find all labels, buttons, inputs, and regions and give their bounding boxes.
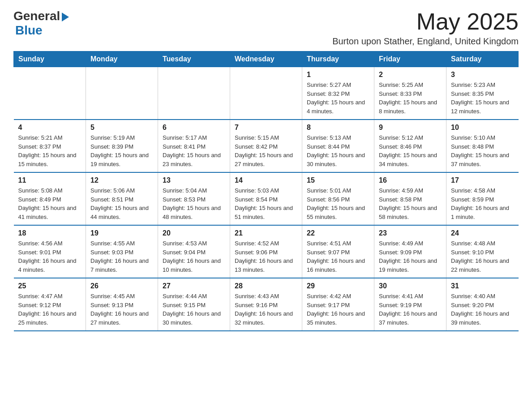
- day-info: Sunrise: 4:56 AMSunset: 9:01 PMDaylight:…: [18, 239, 82, 274]
- day-number: 24: [451, 229, 514, 237]
- day-info: Sunrise: 4:52 AMSunset: 9:06 PMDaylight:…: [235, 239, 297, 274]
- calendar-cell: 11Sunrise: 5:08 AMSunset: 8:49 PMDayligh…: [14, 172, 86, 225]
- header-monday: Monday: [86, 51, 158, 67]
- day-number: 18: [18, 229, 82, 237]
- header-thursday: Thursday: [302, 51, 374, 67]
- logo-blue-text: Blue: [15, 23, 43, 38]
- calendar-cell: 8Sunrise: 5:13 AMSunset: 8:44 PMDaylight…: [302, 120, 374, 172]
- calendar-header-row: Sunday Monday Tuesday Wednesday Thursday…: [14, 51, 519, 67]
- day-number: 16: [379, 176, 442, 184]
- header-sunday: Sunday: [14, 51, 86, 67]
- day-info: Sunrise: 4:55 AMSunset: 9:03 PMDaylight:…: [90, 239, 153, 274]
- day-number: 30: [379, 282, 442, 290]
- calendar-week-row: 25Sunrise: 4:47 AMSunset: 9:12 PMDayligh…: [14, 278, 519, 331]
- day-info: Sunrise: 5:17 AMSunset: 8:41 PMDaylight:…: [163, 133, 225, 168]
- day-info: Sunrise: 5:01 AMSunset: 8:56 PMDaylight:…: [307, 186, 369, 221]
- calendar-cell: 28Sunrise: 4:43 AMSunset: 9:16 PMDayligh…: [230, 278, 302, 331]
- page-header: General Blue May 2025 Burton upon Stathe…: [13, 9, 519, 47]
- day-info: Sunrise: 4:43 AMSunset: 9:16 PMDaylight:…: [235, 292, 297, 327]
- day-info: Sunrise: 5:19 AMSunset: 8:39 PMDaylight:…: [90, 133, 153, 168]
- day-info: Sunrise: 5:06 AMSunset: 8:51 PMDaylight:…: [90, 186, 153, 221]
- logo: General Blue: [13, 9, 69, 38]
- day-info: Sunrise: 4:47 AMSunset: 9:12 PMDaylight:…: [18, 292, 82, 327]
- day-number: 28: [235, 282, 297, 290]
- calendar-cell: 15Sunrise: 5:01 AMSunset: 8:56 PMDayligh…: [302, 172, 374, 225]
- day-info: Sunrise: 5:03 AMSunset: 8:54 PMDaylight:…: [235, 186, 297, 221]
- day-info: Sunrise: 5:27 AMSunset: 8:32 PMDaylight:…: [307, 81, 369, 116]
- calendar-cell: 31Sunrise: 4:40 AMSunset: 9:20 PMDayligh…: [446, 278, 519, 331]
- day-info: Sunrise: 5:23 AMSunset: 8:35 PMDaylight:…: [451, 81, 514, 116]
- day-number: 13: [163, 176, 225, 184]
- day-number: 19: [90, 229, 153, 237]
- day-info: Sunrise: 5:12 AMSunset: 8:46 PMDaylight:…: [379, 133, 442, 168]
- calendar-cell: 21Sunrise: 4:52 AMSunset: 9:06 PMDayligh…: [230, 225, 302, 278]
- day-info: Sunrise: 4:59 AMSunset: 8:58 PMDaylight:…: [379, 186, 442, 221]
- day-info: Sunrise: 5:25 AMSunset: 8:33 PMDaylight:…: [379, 81, 442, 116]
- day-number: 27: [163, 282, 225, 290]
- day-number: 11: [18, 176, 82, 184]
- calendar-cell: 17Sunrise: 4:58 AMSunset: 8:59 PMDayligh…: [446, 172, 519, 225]
- calendar-cell: 16Sunrise: 4:59 AMSunset: 8:58 PMDayligh…: [374, 172, 446, 225]
- header-tuesday: Tuesday: [158, 51, 230, 67]
- day-info: Sunrise: 5:04 AMSunset: 8:53 PMDaylight:…: [163, 186, 225, 221]
- day-number: 8: [307, 124, 369, 132]
- calendar-cell: 20Sunrise: 4:53 AMSunset: 9:04 PMDayligh…: [158, 225, 230, 278]
- page-title: May 2025: [332, 9, 519, 34]
- day-info: Sunrise: 5:21 AMSunset: 8:37 PMDaylight:…: [18, 133, 82, 168]
- calendar-cell: 12Sunrise: 5:06 AMSunset: 8:51 PMDayligh…: [86, 172, 158, 225]
- header-wednesday: Wednesday: [230, 51, 302, 67]
- day-number: 4: [18, 124, 82, 132]
- day-info: Sunrise: 4:45 AMSunset: 9:13 PMDaylight:…: [90, 292, 153, 327]
- day-info: Sunrise: 4:44 AMSunset: 9:15 PMDaylight:…: [163, 292, 225, 327]
- day-info: Sunrise: 4:48 AMSunset: 9:10 PMDaylight:…: [451, 239, 514, 274]
- day-number: 6: [163, 124, 225, 132]
- day-number: 10: [451, 124, 514, 132]
- day-info: Sunrise: 5:15 AMSunset: 8:42 PMDaylight:…: [235, 133, 297, 168]
- page-subtitle: Burton upon Stather, England, United Kin…: [332, 36, 519, 47]
- calendar-cell: 26Sunrise: 4:45 AMSunset: 9:13 PMDayligh…: [86, 278, 158, 331]
- day-info: Sunrise: 4:42 AMSunset: 9:17 PMDaylight:…: [307, 292, 369, 327]
- day-number: 21: [235, 229, 297, 237]
- logo-arrow-icon: [62, 13, 69, 21]
- day-info: Sunrise: 5:13 AMSunset: 8:44 PMDaylight:…: [307, 133, 369, 168]
- calendar-cell: 22Sunrise: 4:51 AMSunset: 9:07 PMDayligh…: [302, 225, 374, 278]
- day-number: 25: [18, 282, 82, 290]
- day-number: 20: [163, 229, 225, 237]
- day-number: 29: [307, 282, 369, 290]
- day-number: 9: [379, 124, 442, 132]
- calendar-cell: 18Sunrise: 4:56 AMSunset: 9:01 PMDayligh…: [14, 225, 86, 278]
- day-number: 15: [307, 176, 369, 184]
- day-number: 7: [235, 124, 297, 132]
- day-info: Sunrise: 4:51 AMSunset: 9:07 PMDaylight:…: [307, 239, 369, 274]
- header-saturday: Saturday: [446, 51, 519, 67]
- day-number: 2: [379, 71, 442, 79]
- day-number: 31: [451, 282, 514, 290]
- day-info: Sunrise: 4:58 AMSunset: 8:59 PMDaylight:…: [451, 186, 514, 221]
- calendar-cell: 13Sunrise: 5:04 AMSunset: 8:53 PMDayligh…: [158, 172, 230, 225]
- day-number: 26: [90, 282, 153, 290]
- day-number: 23: [379, 229, 442, 237]
- title-section: May 2025 Burton upon Stather, England, U…: [332, 9, 519, 47]
- calendar-cell: 1Sunrise: 5:27 AMSunset: 8:32 PMDaylight…: [302, 67, 374, 120]
- calendar-week-row: 1Sunrise: 5:27 AMSunset: 8:32 PMDaylight…: [14, 67, 519, 120]
- calendar-cell: 10Sunrise: 5:10 AMSunset: 8:48 PMDayligh…: [446, 120, 519, 172]
- calendar-cell: 27Sunrise: 4:44 AMSunset: 9:15 PMDayligh…: [158, 278, 230, 331]
- calendar-cell: [230, 67, 302, 120]
- calendar-cell: 29Sunrise: 4:42 AMSunset: 9:17 PMDayligh…: [302, 278, 374, 331]
- day-info: Sunrise: 5:10 AMSunset: 8:48 PMDaylight:…: [451, 133, 514, 168]
- calendar-week-row: 18Sunrise: 4:56 AMSunset: 9:01 PMDayligh…: [14, 225, 519, 278]
- day-number: 12: [90, 176, 153, 184]
- day-info: Sunrise: 4:40 AMSunset: 9:20 PMDaylight:…: [451, 292, 514, 327]
- calendar-cell: 9Sunrise: 5:12 AMSunset: 8:46 PMDaylight…: [374, 120, 446, 172]
- calendar-cell: 4Sunrise: 5:21 AMSunset: 8:37 PMDaylight…: [14, 120, 86, 172]
- day-number: 5: [90, 124, 153, 132]
- calendar-table: Sunday Monday Tuesday Wednesday Thursday…: [13, 51, 519, 331]
- calendar-cell: 5Sunrise: 5:19 AMSunset: 8:39 PMDaylight…: [86, 120, 158, 172]
- day-info: Sunrise: 5:08 AMSunset: 8:49 PMDaylight:…: [18, 186, 82, 221]
- calendar-cell: 23Sunrise: 4:49 AMSunset: 9:09 PMDayligh…: [374, 225, 446, 278]
- calendar-week-row: 4Sunrise: 5:21 AMSunset: 8:37 PMDaylight…: [14, 120, 519, 172]
- calendar-cell: 30Sunrise: 4:41 AMSunset: 9:19 PMDayligh…: [374, 278, 446, 331]
- calendar-cell: 2Sunrise: 5:25 AMSunset: 8:33 PMDaylight…: [374, 67, 446, 120]
- calendar-cell: [14, 67, 86, 120]
- day-number: 3: [451, 71, 514, 79]
